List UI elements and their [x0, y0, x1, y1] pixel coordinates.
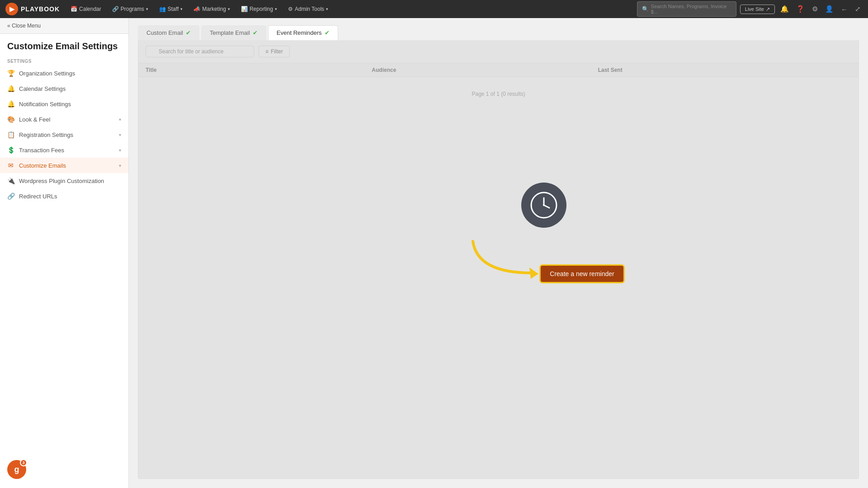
sidebar-item-wordpress-plugin[interactable]: 🔌 Wordpress Plugin Customization — [0, 173, 128, 188]
link-icon: 🔗 — [7, 192, 14, 200]
nav-staff[interactable]: 👥 Staff ▾ — [155, 4, 187, 14]
sidebar-item-label: Organization Settings — [19, 70, 75, 77]
event-reminders-check-icon: ✔ — [325, 29, 330, 36]
sidebar-item-customize-emails[interactable]: ✉ Customize Emails ▾ — [0, 158, 128, 173]
staff-caret: ▾ — [180, 7, 183, 11]
logo-text: PLAYBOOK — [21, 5, 60, 13]
avatar-badge: 3 — [20, 459, 27, 466]
avatar-letter: g — [14, 465, 19, 474]
settings-gear-icon[interactable]: ⚙ — [810, 4, 820, 14]
notification-bell-icon[interactable]: 🔔 — [778, 4, 791, 14]
sidebar-item-organization-settings[interactable]: 🏆 Organization Settings — [0, 66, 128, 81]
tabs-bar: Custom Email ✔ Template Email ✔ Event Re… — [129, 18, 868, 40]
nav-calendar[interactable]: 📅 Calendar — [66, 4, 106, 14]
tab-template-email-label: Template Email — [210, 29, 250, 36]
registration-chevron: ▾ — [119, 132, 121, 137]
sidebar-item-label: Transaction Fees — [19, 147, 64, 154]
dollar-icon: 💲 — [7, 146, 14, 154]
top-navigation: ▶ PLAYBOOK 📅 Calendar 🔗 Programs ▾ 👥 Sta… — [0, 0, 868, 18]
content-area: Custom Email ✔ Template Email ✔ Event Re… — [129, 18, 868, 488]
admin-icon: ⚙ — [288, 6, 293, 12]
notification-icon: 🔔 — [7, 100, 14, 108]
reporting-icon: 📊 — [241, 6, 248, 12]
close-menu-button[interactable]: « Close Menu — [0, 18, 128, 34]
search-icon: 🔍 — [642, 6, 649, 12]
calendar-icon: 📅 — [71, 6, 77, 12]
create-reminder-label: Create a new reminder — [550, 270, 614, 277]
sidebar-item-label: Redirect URLs — [19, 193, 57, 200]
sidebar-item-notification-settings[interactable]: 🔔 Notification Settings — [0, 96, 128, 112]
email-icon: ✉ — [7, 162, 14, 169]
clock-icon-wrap — [521, 183, 566, 228]
nav-reporting[interactable]: 📊 Reporting ▾ — [236, 4, 282, 14]
svg-line-2 — [544, 205, 549, 208]
look-feel-chevron: ▾ — [119, 117, 121, 122]
plugin-icon: 🔌 — [7, 177, 14, 184]
sidebar-item-transaction-fees[interactable]: 💲 Transaction Fees ▾ — [0, 142, 128, 158]
sidebar-item-label: Notification Settings — [19, 101, 71, 108]
svg-point-3 — [543, 204, 545, 206]
transaction-chevron: ▾ — [119, 148, 121, 153]
marketing-caret: ▾ — [228, 7, 230, 11]
external-link-icon: ↗ — [766, 6, 770, 12]
avatar[interactable]: g 3 — [7, 460, 26, 479]
sidebar-item-look-and-feel[interactable]: 🎨 Look & Feel ▾ — [0, 112, 128, 127]
expand-icon[interactable]: ⤢ — [853, 4, 863, 14]
template-email-check-icon: ✔ — [253, 29, 258, 36]
sidebar-item-label: Customize Emails — [19, 162, 66, 169]
look-feel-icon: 🎨 — [7, 116, 14, 123]
global-search[interactable]: 🔍 Search Names, Programs, Invoice $... — [637, 1, 736, 17]
sidebar-item-label: Registration Settings — [19, 131, 73, 138]
sidebar-item-label: Look & Feel — [19, 116, 50, 123]
sidebar-item-registration-settings[interactable]: 📋 Registration Settings ▾ — [0, 127, 128, 142]
clock-icon — [530, 192, 557, 219]
registration-icon: 📋 — [7, 131, 14, 138]
user-profile-icon[interactable]: 👤 — [823, 4, 835, 14]
nav-marketing[interactable]: 📣 Marketing ▾ — [189, 4, 235, 14]
user-avatar-area: g 3 — [7, 460, 26, 479]
svg-marker-4 — [529, 267, 538, 279]
create-reminder-button[interactable]: Create a new reminder — [541, 266, 623, 282]
logo[interactable]: ▶ PLAYBOOK — [5, 3, 60, 15]
customize-emails-chevron: ▾ — [119, 163, 121, 168]
tab-custom-email-label: Custom Email — [146, 29, 183, 36]
tab-custom-email[interactable]: Custom Email ✔ — [138, 25, 199, 40]
admin-caret: ▾ — [326, 7, 328, 11]
close-menu-label: « Close Menu — [7, 23, 41, 29]
live-site-button[interactable]: Live Site ↗ — [740, 5, 775, 14]
sidebar-item-label: Wordpress Plugin Customization — [19, 178, 104, 184]
marketing-icon: 📣 — [193, 6, 200, 12]
sidebar: « Close Menu Customize Email Settings SE… — [0, 18, 129, 488]
search-placeholder: Search Names, Programs, Invoice $... — [651, 4, 731, 14]
custom-email-check-icon: ✔ — [186, 29, 191, 36]
table-panel: 🔍 ≡ Filter Title Audience Last Sent Page… — [138, 40, 859, 479]
programs-caret: ▾ — [146, 7, 148, 11]
tab-event-reminders-label: Event Reminders — [277, 29, 322, 36]
help-icon[interactable]: ❓ — [794, 4, 807, 14]
nav-right-group: 🔍 Search Names, Programs, Invoice $... L… — [637, 1, 863, 17]
reporting-caret: ▾ — [275, 7, 277, 11]
overlay: Create a new reminder — [138, 40, 859, 479]
staff-icon: 👥 — [159, 6, 166, 12]
sidebar-item-redirect-urls[interactable]: 🔗 Redirect URLs — [0, 188, 128, 204]
main-layout: « Close Menu Customize Email Settings SE… — [0, 18, 868, 488]
programs-icon: 🔗 — [112, 6, 119, 12]
arrow-icon — [464, 237, 545, 282]
tab-template-email[interactable]: Template Email ✔ — [201, 25, 266, 40]
sidebar-item-label: Calendar Settings — [19, 85, 66, 92]
nav-programs[interactable]: 🔗 Programs ▾ — [108, 4, 153, 14]
logo-icon: ▶ — [5, 3, 18, 15]
settings-section-label: SETTINGS — [0, 55, 128, 66]
nav-admin-tools[interactable]: ⚙ Admin Tools ▾ — [283, 4, 333, 14]
trophy-icon: 🏆 — [7, 70, 14, 77]
back-nav-icon[interactable]: ← — [839, 5, 849, 14]
tab-event-reminders[interactable]: Event Reminders ✔ — [268, 25, 338, 40]
sidebar-item-calendar-settings[interactable]: 🔔 Calendar Settings — [0, 81, 128, 96]
bell-icon: 🔔 — [7, 85, 14, 92]
page-title: Customize Email Settings — [0, 34, 128, 55]
